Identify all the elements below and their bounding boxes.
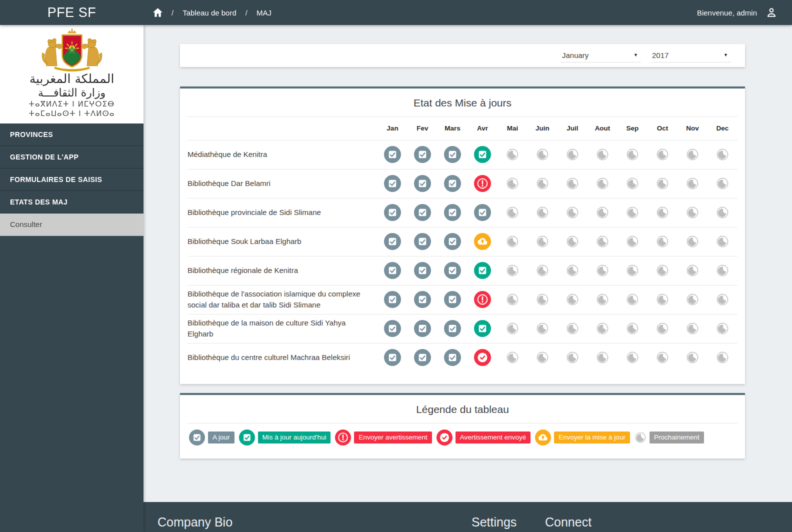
status-done-icon[interactable] — [384, 262, 401, 279]
status-cell — [558, 314, 588, 343]
status-soon-icon — [596, 206, 609, 219]
status-cell — [528, 285, 558, 314]
sidebar-item-provinces[interactable]: PROVINCES — [0, 124, 144, 146]
status-done-icon[interactable] — [384, 291, 401, 308]
breadcrumb: / Tableau de bord / MAJ — [172, 8, 272, 17]
month-select[interactable]: January ▼ — [561, 49, 641, 62]
status-soon-icon — [536, 235, 549, 248]
status-cell — [558, 256, 588, 285]
status-done-icon[interactable] — [414, 262, 431, 279]
status-cell — [378, 256, 408, 285]
status-today-icon[interactable] — [474, 320, 491, 337]
sidebar-item-formulaires-de-saisis[interactable]: FORMULAIRES DE SAISIS — [0, 168, 144, 191]
breadcrumb-separator: / — [172, 8, 174, 17]
month-column-header: Juin — [528, 117, 558, 140]
status-soon-icon — [536, 206, 549, 219]
chevron-down-icon: ▼ — [634, 52, 638, 58]
status-done-icon[interactable] — [414, 146, 431, 163]
legend-item: Avertissement envoyé — [436, 430, 531, 446]
legend-title: Légende du tableau — [180, 395, 745, 423]
status-done-icon[interactable] — [384, 320, 401, 337]
status-done-icon[interactable] — [474, 204, 491, 221]
year-select[interactable]: 2017 ▼ — [651, 49, 731, 62]
status-cell — [648, 140, 678, 169]
status-cell — [618, 198, 648, 227]
legend-item: Envoyer la mise à jour — [535, 430, 630, 446]
status-done-icon[interactable] — [414, 349, 431, 366]
status-warn-icon[interactable] — [474, 291, 491, 308]
breadcrumb-item-maj[interactable]: MAJ — [256, 8, 272, 17]
status-cell — [678, 285, 708, 314]
chevron-down-icon: ▼ — [724, 52, 728, 58]
status-today-icon[interactable] — [474, 262, 491, 279]
legend-label: Envoyer la mise à jour — [554, 432, 630, 444]
status-soon-icon — [634, 432, 646, 444]
status-cell — [618, 256, 648, 285]
status-done-icon[interactable] — [444, 262, 461, 279]
status-today-icon[interactable] — [474, 146, 491, 163]
status-cell — [558, 227, 588, 256]
status-cell — [708, 198, 738, 227]
status-done-icon[interactable] — [384, 146, 401, 163]
status-done-icon[interactable] — [414, 204, 431, 221]
legend-label: Prochainement — [650, 432, 704, 444]
user-icon[interactable] — [765, 6, 778, 19]
status-soon-icon — [536, 293, 549, 306]
status-cell — [528, 227, 558, 256]
status-soon-icon — [506, 293, 519, 306]
status-soon-icon — [506, 322, 519, 335]
status-done-icon[interactable] — [444, 204, 461, 221]
status-sent-icon[interactable] — [474, 349, 491, 366]
top-navbar: PFE SF / Tableau de bord / MAJ Bienvenue… — [0, 0, 792, 25]
status-done-icon[interactable] — [414, 291, 431, 308]
status-done-icon[interactable] — [384, 204, 401, 221]
status-cell — [378, 227, 408, 256]
status-cell — [528, 314, 558, 343]
status-soon-icon — [596, 322, 609, 335]
status-done-icon[interactable] — [444, 233, 461, 250]
status-cell — [648, 314, 678, 343]
library-name: Médiathèque de Kenitra — [188, 140, 378, 169]
sidebar-menu: PROVINCESGESTION DE L'APPFORMULAIRES DE … — [0, 124, 144, 214]
status-cell — [378, 140, 408, 169]
status-soon-icon — [506, 206, 519, 219]
status-soon-icon — [716, 206, 729, 219]
status-cell — [528, 140, 558, 169]
table-row: Bibliothèque du centre culturel Machraa … — [188, 343, 738, 372]
status-cell — [498, 198, 528, 227]
status-cell — [468, 198, 498, 227]
status-cell — [618, 169, 648, 198]
year-select-value: 2017 — [652, 51, 668, 60]
status-done-icon[interactable] — [414, 175, 431, 192]
library-name: Bibliothèque de l'association islamique … — [188, 285, 378, 314]
status-cell — [648, 198, 678, 227]
status-done-icon[interactable] — [414, 320, 431, 337]
status-warn-icon[interactable] — [474, 175, 491, 192]
sidebar-item-gestion-de-l-app[interactable]: GESTION DE L'APP — [0, 146, 144, 168]
library-name: Bibliothèque régionale de Kenitra — [188, 256, 378, 285]
status-upload-icon[interactable] — [474, 233, 491, 250]
status-cell — [408, 198, 438, 227]
status-cell — [588, 256, 618, 285]
breadcrumb-item-dashboard[interactable]: Tableau de bord — [182, 8, 236, 17]
status-done-icon[interactable] — [444, 146, 461, 163]
sidebar-subitem-consulter[interactable]: Consulter — [0, 214, 144, 236]
status-done-icon[interactable] — [444, 349, 461, 366]
status-soon-icon — [506, 351, 519, 364]
status-done-icon[interactable] — [444, 320, 461, 337]
status-done-icon[interactable] — [384, 175, 401, 192]
sidebar-item-etats-des-maj[interactable]: ETATS DES MAJ — [0, 191, 144, 214]
status-done-icon[interactable] — [384, 349, 401, 366]
home-icon[interactable] — [152, 6, 164, 19]
footer-heading-company-bio: Company Bio — [158, 515, 232, 530]
table-row: Bibliothèque régionale de Kenitra — [188, 256, 738, 285]
status-done-icon[interactable] — [414, 233, 431, 250]
status-done-icon[interactable] — [444, 175, 461, 192]
status-done-icon[interactable] — [384, 233, 401, 250]
status-done-icon[interactable] — [444, 291, 461, 308]
status-cell — [588, 343, 618, 372]
status-cell — [678, 314, 708, 343]
update-status-card: Etat des Mise à jours JanFevMarsAvrMaiJu… — [180, 86, 745, 384]
status-soon-icon — [596, 235, 609, 248]
status-soon-icon — [566, 293, 579, 306]
